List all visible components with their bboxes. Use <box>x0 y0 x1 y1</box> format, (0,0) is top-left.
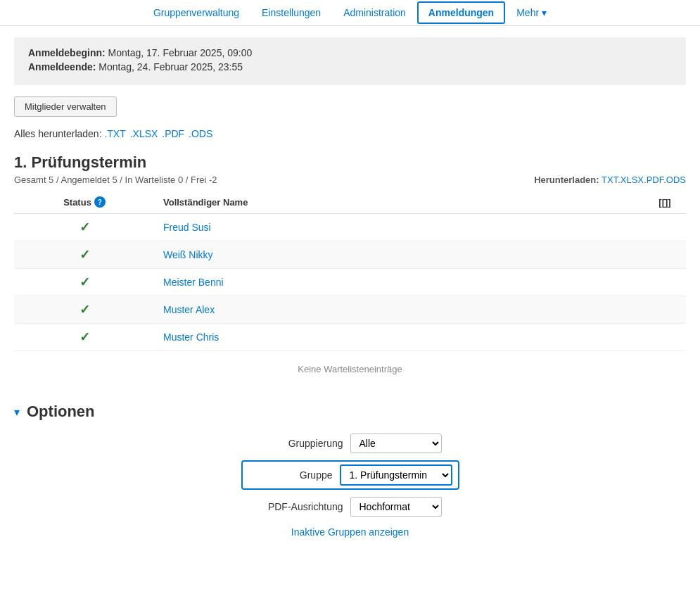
action-cell <box>644 214 686 241</box>
name-cell: Meister Benni <box>155 269 644 296</box>
pdf-ausrichtung-select[interactable]: Hochformat Querformat <box>350 497 442 517</box>
nav-einstellungen[interactable]: Einstellungen <box>250 0 332 25</box>
no-waitlist-message: Keine Wartelisteneinträge <box>14 358 686 386</box>
gruppierung-label: Gruppierung <box>259 438 343 449</box>
nav-mehr[interactable]: Mehr ▾ <box>505 0 558 25</box>
gruppierung-select[interactable]: Alle Nach Gruppe <box>350 434 442 453</box>
member-name-link[interactable]: Weiß Nikky <box>163 249 213 260</box>
member-name-link[interactable]: Muster Alex <box>163 304 215 315</box>
col-icon: [[]] <box>644 191 686 214</box>
col-name: Vollständiger Name <box>155 191 644 214</box>
nav-gruppenverwaltung[interactable]: Gruppenverwaltung <box>142 0 250 25</box>
mehr-label: Mehr <box>516 7 539 18</box>
gruppe-label: Gruppe <box>248 469 333 481</box>
download-ods-link[interactable]: .ODS <box>189 128 212 139</box>
chevron-down-icon: ▾ <box>542 7 547 18</box>
name-cell: Freud Susi <box>155 214 644 241</box>
options-title: Optionen <box>27 403 95 421</box>
section-download-label: Herunterladen: <box>534 175 599 185</box>
table-row: ✓ Meister Benni <box>14 269 686 296</box>
check-icon: ✓ <box>79 248 90 262</box>
main-content: Mitglieder verwalten Alles herunterladen… <box>0 96 700 552</box>
options-header[interactable]: ▾ Optionen <box>14 403 686 421</box>
section-subtitle-row: Gesamt 5 / Angemeldet 5 / In Warteliste … <box>14 175 686 185</box>
options-chevron-icon: ▾ <box>14 405 20 419</box>
options-grid: Gruppierung Alle Nach Gruppe Gruppe 1. P… <box>14 434 686 552</box>
table-header-row: Status ? Vollständiger Name [[]] <box>14 191 686 214</box>
download-txt-link[interactable]: .TXT <box>104 128 125 139</box>
info-box: Anmeldebeginn: Montag, 17. Februar 2025,… <box>14 37 686 85</box>
gruppierung-row: Gruppierung Alle Nach Gruppe <box>259 434 442 453</box>
status-cell: ✓ <box>14 241 155 269</box>
download-all-section: Alles herunterladen: .TXT .XLSX .PDF .OD… <box>14 128 686 139</box>
member-name-link[interactable]: Meister Benni <box>163 277 224 288</box>
manage-members-button[interactable]: Mitglieder verwalten <box>14 96 117 117</box>
col-status: Status ? <box>14 191 155 214</box>
table-row: ✓ Muster Alex <box>14 296 686 324</box>
table-row: ✓ Weiß Nikky <box>14 241 686 269</box>
table-row: ✓ Freud Susi <box>14 214 686 241</box>
member-name-link[interactable]: Muster Chris <box>163 331 219 343</box>
action-cell <box>644 296 686 324</box>
section-download: Herunterladen: TXT.XLSX.PDF.ODS <box>534 175 686 185</box>
anmeldeende-label: Anmeldeende: <box>28 61 96 72</box>
action-cell <box>644 269 686 296</box>
download-pdf-link[interactable]: .PDF <box>162 128 184 139</box>
status-cell: ✓ <box>14 269 155 296</box>
col-status-label: Status <box>63 197 91 208</box>
check-icon: ✓ <box>79 330 90 344</box>
section-download-ods[interactable]: ODS <box>666 175 686 185</box>
action-cell <box>644 241 686 269</box>
nav-administration[interactable]: Administration <box>332 0 417 25</box>
status-cell: ✓ <box>14 324 155 351</box>
registrations-table: Status ? Vollständiger Name [[]] ✓ Freud… <box>14 191 686 351</box>
gruppe-select[interactable]: 1. Prüfungstermin <box>340 464 452 486</box>
check-icon: ✓ <box>79 303 90 317</box>
status-cell: ✓ <box>14 214 155 241</box>
pdf-ausrichtung-label: PDF-Ausrichtung <box>259 501 343 512</box>
anmeldebeginn-row: Anmeldebeginn: Montag, 17. Februar 2025,… <box>28 47 672 58</box>
action-cell <box>644 324 686 351</box>
anmeldebeginn-val: Montag, 17. Februar 2025, 09:00 <box>108 47 253 58</box>
member-name-link[interactable]: Freud Susi <box>163 222 211 233</box>
nav-anmeldungen[interactable]: Anmeldungen <box>417 1 505 24</box>
table-row: ✓ Muster Chris <box>14 324 686 351</box>
gruppe-row: Gruppe 1. Prüfungstermin <box>241 460 459 490</box>
anmeldebeginn-label: Anmeldebeginn: <box>28 47 106 58</box>
status-cell: ✓ <box>14 296 155 324</box>
col-icon-label: [[]] <box>658 197 670 208</box>
section-title: 1. Prüfungstermin <box>14 153 686 172</box>
top-navigation: Gruppenverwaltung Einstellungen Administ… <box>0 0 700 26</box>
name-cell: Muster Alex <box>155 296 644 324</box>
check-icon: ✓ <box>79 220 90 234</box>
status-help-icon[interactable]: ? <box>94 196 106 208</box>
anmeldeende-row: Anmeldeende: Montag, 24. Februar 2025, 2… <box>28 61 672 72</box>
section-download-pdf[interactable]: PDF <box>647 175 664 185</box>
pdf-ausrichtung-row: PDF-Ausrichtung Hochformat Querformat <box>259 497 442 517</box>
download-xlsx-link[interactable]: .XLSX <box>130 128 158 139</box>
check-icon: ✓ <box>79 275 90 289</box>
name-cell: Muster Chris <box>155 324 644 351</box>
download-all-label: Alles herunterladen: <box>14 128 102 139</box>
section-stats: Gesamt 5 / Angemeldet 5 / In Warteliste … <box>14 175 217 185</box>
section-download-xlsx[interactable]: XLSX <box>621 175 644 185</box>
anmeldeende-val: Montag, 24. Februar 2025, 23:55 <box>98 61 243 72</box>
name-cell: Weiß Nikky <box>155 241 644 269</box>
options-section: ▾ Optionen Gruppierung Alle Nach Gruppe … <box>14 403 686 552</box>
inaktive-gruppen-link[interactable]: Inaktive Gruppen anzeigen <box>291 526 409 538</box>
section-download-txt[interactable]: TXT <box>602 175 618 185</box>
